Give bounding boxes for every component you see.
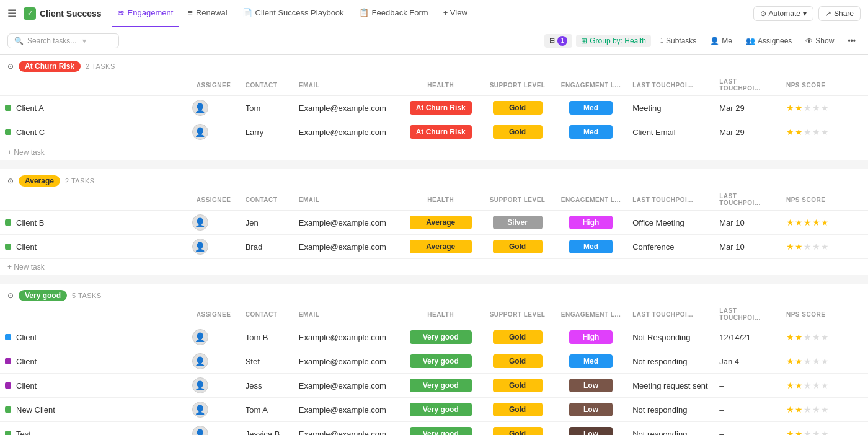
share-button[interactable]: ↗ Share xyxy=(818,6,861,21)
touchpoint-date-value: – xyxy=(719,405,724,415)
star-empty: ★ xyxy=(821,103,829,113)
tab-engagement[interactable]: ≋ Engagement xyxy=(112,0,180,27)
app-logo: ✓ Client Success xyxy=(24,7,102,20)
me-button[interactable]: 👤 Me xyxy=(705,35,737,47)
support-badge: Gold xyxy=(493,379,542,392)
col-support: SUPPORT LEVEL xyxy=(480,74,554,96)
task-name-label[interactable]: Test xyxy=(16,429,31,436)
email-cell: Example@example.com xyxy=(294,120,401,144)
contact-value: Jen xyxy=(246,218,259,227)
task-name-cell: Client xyxy=(0,325,187,349)
email-cell: Example@example.com xyxy=(294,422,401,436)
task-name-container: Client B xyxy=(5,218,182,227)
tab-playbook[interactable]: 📄 Client Success Playbook xyxy=(236,0,350,27)
task-dot xyxy=(5,129,11,135)
nps-cell: ★ ★ ★ ★ ★ xyxy=(781,422,868,436)
touchpoint-date-cell: – xyxy=(714,374,781,398)
task-name-label[interactable]: Client xyxy=(16,333,37,342)
new-task-button[interactable]: + New task xyxy=(0,144,868,160)
touchpoint-value: Meeting xyxy=(632,103,661,113)
task-name-label[interactable]: Client xyxy=(16,242,37,252)
group-churn-chevron[interactable]: ⊙ xyxy=(7,62,14,71)
assignees-icon: 👥 xyxy=(746,37,755,45)
col-touchpoint2: LAST TOUCHPOI... xyxy=(714,304,781,325)
table-row: Client 👤 Brad Example@example.com Averag… xyxy=(0,235,868,259)
email-cell: Example@example.com xyxy=(294,211,401,235)
col-email: EMAIL xyxy=(294,74,401,96)
engagement-badge: High xyxy=(569,216,613,229)
email-value: Example@example.com xyxy=(299,128,386,137)
tab-view[interactable]: + View xyxy=(437,0,474,27)
avatar: 👤 xyxy=(192,353,208,369)
engagement-badge: Low xyxy=(569,403,613,416)
star-empty: ★ xyxy=(821,429,829,435)
group-by-button[interactable]: ⊞ Group by: Health xyxy=(576,35,651,47)
touchpoint-value: Not responding xyxy=(632,405,687,415)
task-dot xyxy=(5,358,11,364)
star-empty: ★ xyxy=(804,356,812,366)
show-button[interactable]: 👁 Show xyxy=(800,35,839,47)
task-name-label[interactable]: Client xyxy=(16,357,37,366)
hamburger-icon[interactable]: ☰ xyxy=(7,7,16,19)
assignee-cell: 👤 xyxy=(187,211,241,235)
engagement-badge: Med xyxy=(569,125,613,139)
new-task-button[interactable]: + New task xyxy=(0,259,868,275)
col-engagement: ENGAGEMENT L... xyxy=(554,74,627,96)
group-verygood-chevron[interactable]: ⊙ xyxy=(7,291,14,300)
star-empty: ★ xyxy=(812,380,820,390)
contact-cell: Jessica B xyxy=(241,422,294,436)
group-average-task-count: 2 TASKS xyxy=(65,177,95,185)
task-name-label[interactable]: New Client xyxy=(16,405,55,415)
group-churn-task-count: 2 TASKS xyxy=(86,63,115,70)
filter-button[interactable]: ⊟ 1 xyxy=(544,34,572,48)
col-health: HEALTH xyxy=(401,304,480,325)
task-name-label[interactable]: Client C xyxy=(16,128,45,137)
task-name-container: Client xyxy=(5,357,182,366)
tab-renewal[interactable]: ≡ Renewal xyxy=(182,0,233,27)
search-placeholder: Search tasks... xyxy=(27,37,76,45)
col-nps: NPS SCORE xyxy=(781,74,868,96)
support-cell: Gold xyxy=(480,349,554,374)
subtasks-button[interactable]: ⤵ Subtasks xyxy=(655,35,701,47)
task-name-label[interactable]: Client xyxy=(16,381,37,390)
renewal-tab-icon: ≡ xyxy=(188,8,193,17)
tab-feedback[interactable]: 📋 Feedback Form xyxy=(353,0,435,27)
col-support: SUPPORT LEVEL xyxy=(480,189,554,211)
touchpoint-date-cell: Mar 10 xyxy=(714,235,781,259)
col-health: HEALTH xyxy=(401,74,480,96)
touchpoint-value: Meeting request sent xyxy=(632,381,707,390)
star-empty: ★ xyxy=(821,242,829,252)
support-badge: Gold xyxy=(493,354,542,368)
email-value: Example@example.com xyxy=(299,333,386,342)
star-full: ★ xyxy=(786,103,794,113)
group-average-chevron[interactable]: ⊙ xyxy=(7,177,14,185)
assignee-cell: 👤 xyxy=(187,398,241,422)
health-badge: Very good xyxy=(410,354,472,368)
stars-container: ★ ★ ★ ★ ★ xyxy=(786,380,863,390)
touchpoint-date-cell: – xyxy=(714,422,781,436)
assignees-button[interactable]: 👥 Assignees xyxy=(741,35,797,47)
support-cell: Gold xyxy=(480,325,554,349)
more-button[interactable]: ••• xyxy=(843,35,861,47)
playbook-tab-icon: 📄 xyxy=(242,8,252,17)
touchpoint-date-cell: Mar 29 xyxy=(714,96,781,120)
automate-button[interactable]: ⊙ Automate ▾ xyxy=(753,6,813,21)
assignees-label: Assignees xyxy=(758,37,792,45)
task-name-label[interactable]: Client B xyxy=(16,218,45,227)
col-assignee: ASSIGNEE xyxy=(187,189,241,211)
table-row: Client A 👤 Tom Example@example.com At Ch… xyxy=(0,96,868,120)
contact-cell: Stef xyxy=(241,349,294,374)
avatar-icon: 👤 xyxy=(195,356,205,366)
avatar: 👤 xyxy=(192,377,208,393)
email-cell: Example@example.com xyxy=(294,325,401,349)
engagement-badge: Low xyxy=(569,427,613,435)
touchpoint-cell: Meeting request sent xyxy=(627,374,714,398)
group-verygood: ⊙ Very good 5 TASKS ASSIGNEE CONTACT EMA… xyxy=(0,284,868,435)
task-name-label[interactable]: Client A xyxy=(16,103,44,113)
col-support: SUPPORT LEVEL xyxy=(480,304,554,325)
stars-container: ★ ★ ★ ★ ★ xyxy=(786,242,863,252)
support-cell: Silver xyxy=(480,211,554,235)
stars-container: ★ ★ ★ ★ ★ xyxy=(786,103,863,113)
email-value: Example@example.com xyxy=(299,429,386,436)
search-box[interactable]: 🔍 Search tasks... ▾ xyxy=(7,33,119,48)
